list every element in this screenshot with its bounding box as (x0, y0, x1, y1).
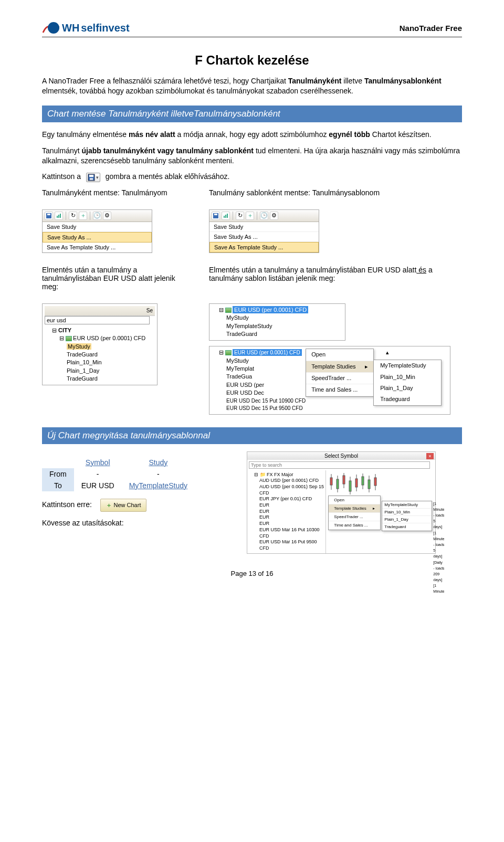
chart-icon[interactable] (55, 212, 63, 220)
list-item[interactable]: AUD USD (per 0.0001) CFD (259, 478, 324, 484)
clock-icon[interactable]: 🕒 (93, 212, 101, 220)
list-item[interactable]: TradeGua (226, 373, 306, 381)
fly-item[interactable]: MyTemplateStudy (382, 501, 432, 509)
list-item[interactable]: EUR USD Mar 16 Put 9500 CFD (259, 539, 324, 551)
menu-mocks-row: ↻ ＋ 🕒 ⚙ Save Study Save Study As ... Sav… (42, 209, 462, 253)
gear-icon[interactable]: ⚙ (103, 212, 111, 220)
add-icon[interactable]: ＋ (246, 212, 254, 220)
toolbar-left: ↻ ＋ 🕒 ⚙ (43, 210, 152, 222)
refresh-icon[interactable]: ↻ (69, 212, 77, 220)
chart-tree-icon (225, 350, 232, 355)
list-item[interactable]: EUR (259, 509, 324, 515)
fly-item[interactable]: Tradeguard (382, 523, 432, 531)
menu-item-save-study[interactable]: Save Study (209, 222, 319, 232)
flyout-menu: MyTemplateStudy Plain_10_Min Plain_1_Day… (373, 360, 442, 406)
select-symbol-dialog: Select Symbol × ⊟ 📁 FX FX Major AUD USD … (247, 451, 436, 554)
svg-rect-9 (60, 214, 61, 218)
svg-rect-29 (368, 480, 370, 489)
list-item[interactable]: TradeGuard (67, 375, 155, 383)
fly-item[interactable]: Plain_1_Day (374, 383, 441, 394)
ctx-time-sales[interactable]: Time and Sales ... (329, 521, 380, 530)
list-item[interactable]: EUR USD Mar 16 Put 10300 CFD (259, 527, 324, 539)
ctx-speedtrader[interactable]: SpeedTrader ... (329, 513, 380, 521)
row-from: From (42, 468, 74, 480)
disk-icon[interactable] (45, 212, 53, 220)
tree-root[interactable]: ⊟ 📁 FX FX Major AUD USD (per 0.0001) CFD… (254, 472, 324, 552)
list-item[interactable]: Plain_10_Min (67, 359, 155, 366)
list-item[interactable]: MyStudy (226, 314, 343, 322)
list-item[interactable]: EUR (259, 514, 324, 521)
after-save-row: Elmentés után a tanulmány a tanulmánylis… (42, 266, 462, 291)
after-left: Elmentés után a tanulmány a tanulmánylis… (42, 266, 193, 291)
tree-right-top: ⊟ EUR USD (per 0.0001) CFD MyStudy MyTem… (209, 303, 345, 341)
svg-rect-25 (355, 479, 358, 487)
ctx-open[interactable]: Open (329, 496, 380, 504)
scroll-up-icon[interactable]: ▴ (384, 349, 391, 356)
svg-point-0 (48, 22, 59, 34)
toolbar-right: ↻ ＋ 🕒 ⚙ (209, 210, 319, 222)
doc-title: NanoTrader Free (400, 24, 462, 33)
list-item[interactable]: MyTemplateStudy (226, 322, 343, 330)
list-item[interactable]: MyTemplat (226, 365, 306, 373)
th-study: Study (122, 457, 195, 468)
list-item[interactable]: TradeGuard (67, 351, 155, 359)
menu-item-save-study[interactable]: Save Study (43, 222, 152, 232)
tree-instrument[interactable]: ⊟ EUR USD (per 0.0001) CFD MyStudy Trade… (59, 334, 155, 383)
chart-icon[interactable] (222, 212, 230, 220)
plus-icon: ＋ (106, 502, 112, 508)
list-item[interactable]: EUR USD Dec 15 Put 9500 CFD (226, 405, 306, 412)
list-item[interactable]: Plain_1_Day (67, 367, 155, 375)
fly-item[interactable]: Plain_10_Min (374, 372, 441, 383)
svg-rect-7 (57, 216, 58, 218)
tree-instrument[interactable]: ⊟ EUR USD (per 0.0001) CFD MyStudy MyTem… (219, 306, 343, 339)
fly-item[interactable]: Tradeguard (374, 394, 441, 405)
dialog-tree: ⊟ 📁 FX FX Major AUD USD (per 0.0001) CFD… (247, 470, 326, 553)
menu-item-save-study-as[interactable]: Save Study As ... (209, 232, 319, 242)
tree-search[interactable] (45, 316, 150, 324)
dialog-search[interactable] (249, 461, 430, 469)
list-item[interactable]: AUD USD (per 0.0001) Sep 15 CFD (259, 484, 324, 496)
list-item[interactable]: MyStudy (226, 357, 306, 365)
ctx-open[interactable]: Open (306, 349, 373, 361)
list-item[interactable]: EUR USD Dec (226, 389, 306, 397)
tree-root[interactable]: ⊟ CITY ⊟ EUR USD (per 0.0001) CFD MyStud… (52, 327, 155, 383)
study-link[interactable]: MyTemplateStudy (122, 480, 195, 491)
close-icon[interactable]: × (426, 453, 434, 459)
th-symbol: Symbol (74, 457, 122, 468)
ctx-template-studies[interactable]: Template Studies▸ (329, 504, 380, 513)
svg-rect-2 (89, 175, 93, 177)
svg-rect-21 (343, 476, 345, 484)
ctx-speedtrader[interactable]: SpeedTrader ... (306, 373, 373, 384)
refresh-icon[interactable]: ↻ (236, 212, 244, 220)
ctx-time-sales[interactable]: Time and Sales ... (306, 384, 373, 396)
follow-instructions: Kövesse az utasításokat: (42, 518, 231, 528)
list-item[interactable]: TradeGuard (226, 330, 343, 338)
add-icon[interactable]: ＋ (79, 212, 87, 220)
tree-left: Se ⊟ CITY ⊟ EUR USD (per 0.0001) CFD MyS… (42, 303, 158, 386)
menu-item-save-study-as[interactable]: Save Study As ... (43, 232, 152, 243)
context-menu: Open Template Studies ▸ SpeedTrader ... … (306, 349, 374, 397)
new-chart-button[interactable]: ＋New Chart (100, 499, 147, 512)
chevron-down-icon: ▾ (96, 174, 99, 181)
list-item[interactable]: EUR (259, 502, 324, 509)
ctx-template-studies[interactable]: Template Studies ▸ (306, 361, 373, 373)
menu-item-save-template[interactable]: Save As Template Study ... (209, 242, 319, 252)
list-item[interactable]: MyStudy (67, 343, 155, 351)
disk-icon[interactable] (212, 212, 220, 220)
logo-prefix: WH (62, 22, 79, 34)
gear-icon[interactable]: ⚙ (270, 212, 278, 220)
list-item[interactable]: EUR JPY (per 0.01) CFD (259, 496, 324, 502)
list-item[interactable]: EUR USD Dec 15 Put 10900 CFD (226, 397, 306, 405)
list-item[interactable]: EUR USD (per (226, 381, 306, 389)
svg-rect-5 (47, 214, 50, 215)
menu-item-save-template[interactable]: Save As Template Study ... (43, 243, 152, 252)
s1-p1: Egy tanulmány elmentése más név alatt a … (42, 130, 462, 140)
fly-item[interactable]: Plain_1_Day (382, 516, 432, 523)
clock-icon[interactable]: 🕒 (260, 212, 268, 220)
fly-item[interactable]: Plain_10_Min (382, 509, 432, 516)
tree-instrument[interactable]: ⊟ EUR USD (per 0.0001) CFD MyStudy MyTem… (219, 349, 306, 412)
list-item[interactable]: EUR (259, 521, 324, 527)
save-menu-right: Save Study Save Study As ... Save As Tem… (209, 222, 319, 252)
fly-item[interactable]: MyTemplateStudy (374, 360, 441, 371)
save-dropdown-icon[interactable]: ▾ (86, 173, 100, 182)
